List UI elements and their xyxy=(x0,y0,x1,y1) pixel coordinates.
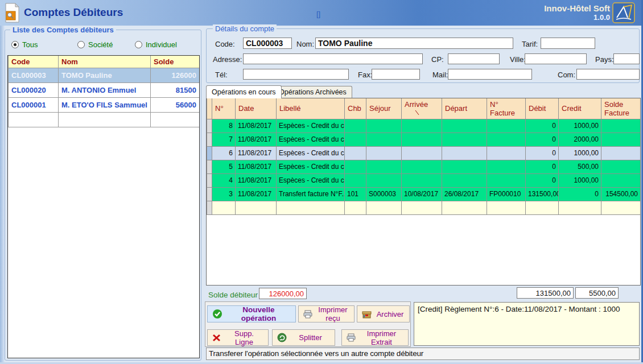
pays-label: Pays: xyxy=(595,55,614,64)
grid-cell-libelle: Espèces - Credit du c... xyxy=(277,133,345,146)
client-col-solde[interactable]: Solde xyxy=(151,56,200,68)
grid-col-arrivee[interactable]: Arrivée xyxy=(402,98,442,119)
brand-name: Innov-Hôtel Soft xyxy=(544,3,610,13)
filter-radio-societe[interactable]: Société xyxy=(77,40,113,49)
radio-icon xyxy=(11,41,19,48)
grid-col-depart[interactable]: Départ xyxy=(442,98,487,119)
pays-field[interactable] xyxy=(613,53,640,64)
radio-icon xyxy=(135,41,142,48)
operations-grid: N° Date Libellé Chb Séjour Arrivée Dépar… xyxy=(206,98,641,286)
grid-cell-date: 11/08/2017 xyxy=(236,187,277,201)
nom-field[interactable]: TOMO Pauline xyxy=(315,38,513,49)
split-arrow-icon xyxy=(277,333,287,342)
row-header-cell[interactable] xyxy=(207,119,212,133)
grid-corner-cell xyxy=(207,98,212,119)
grid-cell-facture xyxy=(487,173,526,187)
imprimer-recu-button[interactable]: Imprimer reçu xyxy=(298,305,355,322)
grid-row[interactable]: 511/08/2017Espèces - Credit du c...0500,… xyxy=(207,160,641,173)
grid-cell-libelle: Transfert facture N°F... xyxy=(277,187,345,201)
grid-cell-chb xyxy=(345,119,366,133)
mail-field[interactable] xyxy=(448,69,532,80)
grid-cell-depart xyxy=(442,173,487,187)
grid-cell-n: 3 xyxy=(212,187,236,201)
code-field[interactable]: CL000003 xyxy=(243,38,292,49)
grid-cell-libelle: Espèces - Credit du c... xyxy=(277,119,345,133)
grid-cell-depart xyxy=(442,160,487,173)
grid-col-solde-facture[interactable]: Solde Facture xyxy=(601,98,641,119)
client-cell-solde: 56000 xyxy=(151,97,200,112)
client-row[interactable]: CL000003TOMO Pauline126000 xyxy=(9,68,200,82)
brand-version: 1.0.0 xyxy=(544,13,610,22)
grid-col-chb[interactable]: Chb xyxy=(345,98,366,119)
nouvelle-operation-button[interactable]: Nouvelle opération xyxy=(207,305,296,322)
grid-cell-arrivee xyxy=(402,173,442,187)
ville-label: Ville: xyxy=(510,55,526,64)
brand-box: Innov-Hôtel Soft 1.0.0 xyxy=(544,3,610,22)
tab-operations-archivees[interactable]: Opérations Archivées xyxy=(273,86,352,98)
row-header-cell[interactable] xyxy=(207,146,212,160)
archiver-button[interactable]: Archiver xyxy=(357,305,410,322)
grid-row[interactable]: 711/08/2017Espèces - Credit du c...02000… xyxy=(207,133,641,146)
grid-cell-arrivee xyxy=(402,119,442,133)
grid-col-date[interactable]: Date xyxy=(236,98,277,119)
client-cell-nom: TOMO Pauline xyxy=(59,68,151,82)
adresse-field[interactable] xyxy=(243,53,423,64)
status-bar: Transferer l'opération sélectionnée vers… xyxy=(206,348,640,360)
grid-row[interactable]: 311/08/2017Transfert facture N°F...101S0… xyxy=(207,187,641,201)
client-row[interactable]: CL000020M. ANTONIO Emmuel81500 xyxy=(9,82,200,97)
grid-row[interactable]: 411/08/2017Espèces - Credit du c...01000… xyxy=(207,173,641,187)
filter-radio-individuel[interactable]: Individuel xyxy=(135,40,177,49)
client-empty-row[interactable] xyxy=(9,112,200,127)
splitter-button[interactable]: Splitter xyxy=(272,329,335,346)
grid-cell-credit: 1000,00 xyxy=(559,119,601,133)
fax-field[interactable] xyxy=(372,69,420,80)
client-cell-nom: M. ETO'O FILS Sammuel xyxy=(59,97,151,112)
tab-operations-en-cours[interactable]: Opérations en cours xyxy=(206,85,282,98)
grid-cell-n: 6 xyxy=(212,146,236,160)
client-col-code[interactable]: Code xyxy=(9,56,59,68)
grid-cell-libelle: Espèces - Credit du c... xyxy=(277,173,345,187)
grid-cell-arrivee xyxy=(402,146,442,160)
row-header-cell[interactable] xyxy=(207,133,212,146)
grid-cell-facture xyxy=(487,133,526,146)
adresse-label: Adresse: xyxy=(213,55,242,64)
grid-cell-date: 11/08/2017 xyxy=(236,119,277,133)
grid-col-libelle[interactable]: Libellé xyxy=(277,98,345,119)
grid-cell-arrivee xyxy=(402,133,442,146)
total-debit-value: 131500,00 xyxy=(517,287,574,299)
title-decoration: [] xyxy=(316,10,320,18)
grid-row[interactable]: 811/08/2017Espèces - Credit du c...01000… xyxy=(207,119,641,133)
grid-col-sejour[interactable]: Séjour xyxy=(366,98,402,119)
tarif-field[interactable] xyxy=(541,38,595,49)
client-table: Code Nom Solde CL000003TOMO Pauline12600… xyxy=(8,56,200,127)
grid-cell-credit: 500,00 xyxy=(559,160,601,173)
client-cell-code: CL000003 xyxy=(9,68,59,82)
printer-icon xyxy=(303,310,312,318)
cp-field[interactable] xyxy=(448,53,500,64)
cp-label: CP: xyxy=(431,55,444,64)
operation-info-box: [Credit] Règlement N°:6 - Date:11/08/201… xyxy=(414,302,640,346)
tel-field[interactable] xyxy=(243,69,349,80)
grid-cell-chb xyxy=(345,146,366,160)
client-row[interactable]: CL000001M. ETO'O FILS Sammuel56000 xyxy=(9,97,200,112)
grid-empty-row[interactable] xyxy=(207,201,641,214)
row-header-cell[interactable] xyxy=(207,187,212,201)
filter-radio-tous[interactable]: Tous xyxy=(11,40,38,49)
grid-cell-credit: 1000,00 xyxy=(559,173,601,187)
grid-cell-credit: 2000,00 xyxy=(559,133,601,146)
grid-col-credit[interactable]: Credit xyxy=(559,98,601,119)
row-header-cell[interactable] xyxy=(207,173,212,187)
mail-label: Mail: xyxy=(432,71,448,79)
ville-field[interactable] xyxy=(525,53,587,64)
client-col-nom[interactable]: Nom xyxy=(59,56,151,68)
grid-col-debit[interactable]: Débit xyxy=(526,98,559,119)
imprimer-extrait-button[interactable]: Imprimer Extrait xyxy=(341,329,409,346)
row-header-cell[interactable] xyxy=(207,160,212,173)
grid-cell-credit: 0 xyxy=(559,187,601,201)
grid-row[interactable]: 611/08/2017Espèces - Credit du c...01000… xyxy=(207,146,641,160)
grid-cell-chb xyxy=(345,133,366,146)
com-field[interactable] xyxy=(576,69,640,80)
supp-ligne-button[interactable]: Supp. Ligne xyxy=(207,329,269,346)
grid-col-n[interactable]: N° xyxy=(212,98,236,119)
grid-col-facture[interactable]: N° Facture xyxy=(487,98,526,119)
